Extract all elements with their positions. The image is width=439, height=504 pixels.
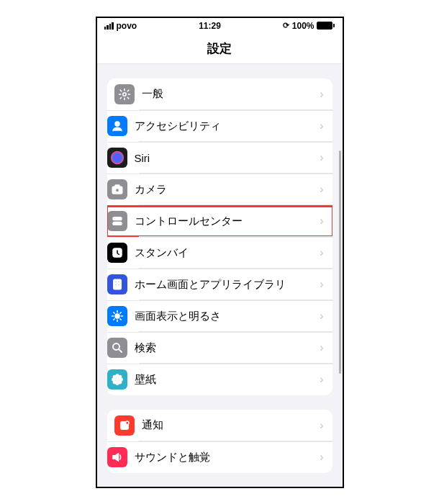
chevron-right-icon: › bbox=[320, 246, 323, 259]
svg-point-1 bbox=[115, 122, 119, 126]
status-left: povo bbox=[104, 21, 137, 31]
settings-row-notifications[interactable]: 通知› bbox=[107, 410, 332, 441]
toggles-icon bbox=[107, 211, 127, 231]
chevron-right-icon: › bbox=[320, 419, 323, 432]
navbar: 設定 bbox=[97, 34, 343, 64]
brightness-icon bbox=[107, 306, 127, 326]
settings-row-sounds[interactable]: サウンドと触覚› bbox=[107, 441, 332, 473]
chevron-right-icon: › bbox=[320, 120, 323, 132]
row-label: アクセシビリティ bbox=[135, 120, 320, 133]
svg-rect-12 bbox=[115, 282, 117, 283]
phone-frame: povo 11:29 ⟳ 100% 設定 一般›アクセシビリティ›Siri›カメ… bbox=[96, 17, 344, 488]
svg-rect-14 bbox=[115, 284, 117, 285]
carrier-label: povo bbox=[117, 21, 137, 31]
battery-percent: 100% bbox=[292, 21, 314, 31]
chevron-right-icon: › bbox=[320, 310, 323, 323]
siri-icon bbox=[107, 148, 127, 168]
row-label: 壁紙 bbox=[135, 373, 320, 387]
grid-icon bbox=[107, 274, 127, 294]
person-icon bbox=[107, 116, 127, 136]
svg-point-9 bbox=[119, 222, 120, 224]
settings-list[interactable]: 一般›アクセシビリティ›Siri›カメラ›コントロールセンター›スタンバイ›ホー… bbox=[97, 64, 343, 487]
svg-point-7 bbox=[114, 218, 115, 220]
chevron-right-icon: › bbox=[320, 373, 323, 386]
flower-icon bbox=[107, 369, 127, 390]
row-label: ホーム画面とアプリライブラリ bbox=[135, 278, 320, 292]
svg-rect-15 bbox=[117, 284, 119, 285]
battery-icon bbox=[317, 22, 335, 30]
settings-row-display[interactable]: 画面表示と明るさ› bbox=[107, 300, 332, 332]
chevron-right-icon: › bbox=[320, 151, 323, 164]
status-time: 11:29 bbox=[199, 21, 221, 31]
row-label: サウンドと触覚 bbox=[135, 451, 320, 464]
orientation-lock-icon: ⟳ bbox=[283, 21, 289, 30]
search-icon bbox=[107, 338, 127, 358]
settings-row-home-screen[interactable]: ホーム画面とアプリライブラリ› bbox=[107, 269, 332, 300]
svg-point-4 bbox=[115, 189, 119, 192]
row-label: Siri bbox=[135, 152, 320, 164]
settings-row-general[interactable]: 一般› bbox=[107, 78, 332, 110]
status-right: ⟳ 100% bbox=[283, 21, 335, 31]
page-title: 設定 bbox=[207, 40, 232, 57]
gear-icon bbox=[114, 84, 135, 104]
clock-icon bbox=[107, 243, 127, 263]
bell-icon bbox=[114, 415, 135, 436]
svg-point-28 bbox=[125, 421, 129, 425]
row-label: コントロールセンター bbox=[135, 215, 320, 228]
svg-point-2 bbox=[110, 151, 123, 164]
svg-point-16 bbox=[115, 314, 119, 318]
scrollbar[interactable] bbox=[339, 150, 341, 374]
settings-group: 一般›アクセシビリティ›Siri›カメラ›コントロールセンター›スタンバイ›ホー… bbox=[107, 78, 332, 395]
settings-row-standby[interactable]: スタンバイ› bbox=[107, 237, 332, 269]
svg-point-23 bbox=[113, 375, 116, 378]
svg-point-18 bbox=[115, 378, 119, 382]
settings-row-wallpaper[interactable]: 壁紙› bbox=[107, 364, 332, 395]
settings-row-search[interactable]: 検索› bbox=[107, 332, 332, 364]
camera-icon bbox=[107, 179, 127, 199]
svg-point-0 bbox=[122, 92, 126, 96]
settings-row-camera[interactable]: カメラ› bbox=[107, 174, 332, 205]
row-label: カメラ bbox=[135, 183, 320, 197]
settings-row-siri[interactable]: Siri› bbox=[107, 142, 332, 174]
chevron-right-icon: › bbox=[320, 278, 323, 291]
settings-row-accessibility[interactable]: アクセシビリティ› bbox=[107, 110, 332, 142]
settings-group: 通知›サウンドと触覚› bbox=[107, 410, 332, 473]
chevron-right-icon: › bbox=[320, 215, 323, 228]
row-label: 通知 bbox=[142, 418, 320, 432]
svg-point-25 bbox=[113, 381, 116, 384]
svg-rect-13 bbox=[117, 282, 119, 283]
chevron-right-icon: › bbox=[320, 183, 323, 196]
chevron-right-icon: › bbox=[320, 88, 323, 101]
row-label: スタンバイ bbox=[135, 246, 320, 260]
signal-icon bbox=[104, 22, 114, 30]
settings-row-control-center[interactable]: コントロールセンター› bbox=[107, 205, 332, 237]
row-label: 画面表示と明るさ bbox=[135, 310, 320, 323]
row-label: 一般 bbox=[142, 87, 320, 101]
chevron-right-icon: › bbox=[320, 451, 323, 464]
svg-point-26 bbox=[118, 381, 121, 384]
status-bar: povo 11:29 ⟳ 100% bbox=[97, 18, 343, 34]
speaker-icon bbox=[107, 447, 127, 467]
svg-rect-5 bbox=[115, 185, 119, 187]
row-label: 検索 bbox=[135, 341, 320, 355]
svg-point-24 bbox=[118, 375, 121, 378]
chevron-right-icon: › bbox=[320, 341, 323, 354]
